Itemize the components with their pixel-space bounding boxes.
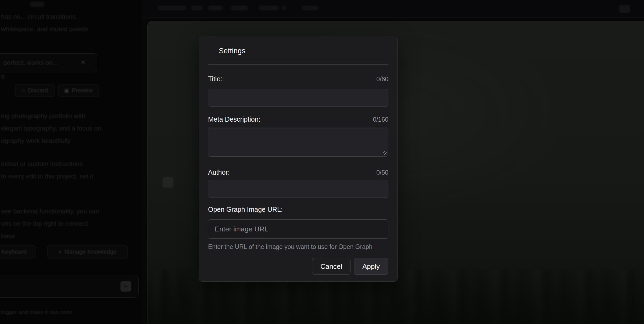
keyboard-button[interactable]: Keyboard <box>0 245 35 258</box>
nav-item-blob[interactable] <box>259 5 279 10</box>
title-label: Title: <box>208 74 222 83</box>
sidebar-text-line: ing photography portfolio with <box>1 110 101 122</box>
meta-description-textarea[interactable] <box>208 127 388 157</box>
manage-knowledge-button[interactable]: ⌗ Manage Knowledge <box>47 245 128 258</box>
modal-button-row: Cancel Apply <box>208 258 388 275</box>
attachment-chip[interactable]: perfect, works on... × <box>0 53 97 72</box>
send-icon: ➤ <box>124 283 128 289</box>
close-icon[interactable]: × <box>81 58 85 66</box>
sidebar-text-line: base <box>1 230 99 242</box>
meta-description-field-row: Meta Description: 0/160 <box>208 115 388 124</box>
keyboard-button-label: Keyboard <box>1 248 27 255</box>
discard-button[interactable]: ○ Discard <box>15 84 55 97</box>
meta-description-label: Meta Description: <box>208 115 260 124</box>
author-char-counter: 0/50 <box>376 168 388 177</box>
suggestion-line[interactable]: trigger and make it rain code <box>1 309 73 315</box>
nav-item-blob[interactable] <box>302 5 319 10</box>
manage-knowledge-icon: ⌗ <box>59 249 62 255</box>
author-field-row: Author: 0/50 <box>208 168 388 177</box>
preview-button-label: Preview <box>72 87 93 94</box>
nav-item-blob[interactable] <box>191 5 203 10</box>
sidebar-text-line: whitespace, and muted palette <box>1 25 89 33</box>
sidebar-text-line: has no... circuit transitions, <box>1 13 77 20</box>
preview-icon: ▣ <box>64 87 69 94</box>
nav-item-blob[interactable] <box>231 5 248 10</box>
og-image-helper-text: Enter the URL of the image you want to u… <box>208 244 388 250</box>
preview-button[interactable]: ▣ Preview <box>58 84 99 97</box>
cancel-button[interactable]: Cancel <box>312 258 350 275</box>
title-char-counter: 0/60 <box>376 75 388 84</box>
modal-title: Settings <box>208 46 388 56</box>
manage-knowledge-button-label: Manage Knowledge <box>64 248 116 255</box>
settings-modal: Settings Title: 0/60 Meta Description: 0… <box>199 37 398 282</box>
panel-gap <box>142 18 147 324</box>
meta-description-char-counter: 0/160 <box>373 115 388 124</box>
author-label: Author: <box>208 168 230 177</box>
sidebar-text-line: see backend functionality, you can <box>1 205 99 217</box>
og-image-url-label: Open Graph Image URL: <box>208 205 283 214</box>
sidebar-paragraph: ing photography portfolio with elegant t… <box>1 110 101 147</box>
apply-button[interactable]: Apply <box>354 258 388 275</box>
attachment-chip-label: perfect, works on... <box>3 59 58 66</box>
top-navbar <box>142 0 644 18</box>
nav-item-blob[interactable] <box>208 5 223 10</box>
nav-item-blob[interactable] <box>158 5 186 10</box>
panel-floating-button[interactable] <box>163 177 173 188</box>
topbar-settings-icon[interactable] <box>619 5 630 13</box>
nav-item-blob <box>282 5 287 10</box>
sidebar-text-line: ons on the top right to connect <box>1 217 99 230</box>
og-image-url-input[interactable] <box>208 219 388 239</box>
modal-divider <box>208 64 388 65</box>
discard-button-label: Discard <box>28 87 48 94</box>
title-field-row: Title: 0/60 <box>208 74 388 84</box>
discard-icon: ○ <box>22 87 25 94</box>
chat-sidebar: has no... circuit transitions, whitespac… <box>0 0 142 324</box>
sidebar-text-line: elegant typography, and a focus on <box>1 122 101 135</box>
author-input[interactable] <box>208 180 388 198</box>
sidebar-text-line: to every edit in this project, set it <box>1 170 93 182</box>
sidebar-paragraph: see backend functionality, you can ons o… <box>1 205 99 242</box>
title-input[interactable] <box>208 89 388 107</box>
sidebar-text-line: ography work beautifully <box>1 135 101 147</box>
og-image-field-row: Open Graph Image URL: <box>208 205 388 214</box>
sidebar-text-line: indset or custom instructions <box>1 158 93 170</box>
meta-description-wrap <box>208 127 388 157</box>
sidebar-text-line: g <box>1 72 5 80</box>
sidebar-paragraph: indset or custom instructions to every e… <box>1 158 93 182</box>
sidebar-header-blob <box>30 2 44 7</box>
chat-input[interactable] <box>0 275 139 298</box>
send-button[interactable]: ➤ <box>120 281 131 292</box>
